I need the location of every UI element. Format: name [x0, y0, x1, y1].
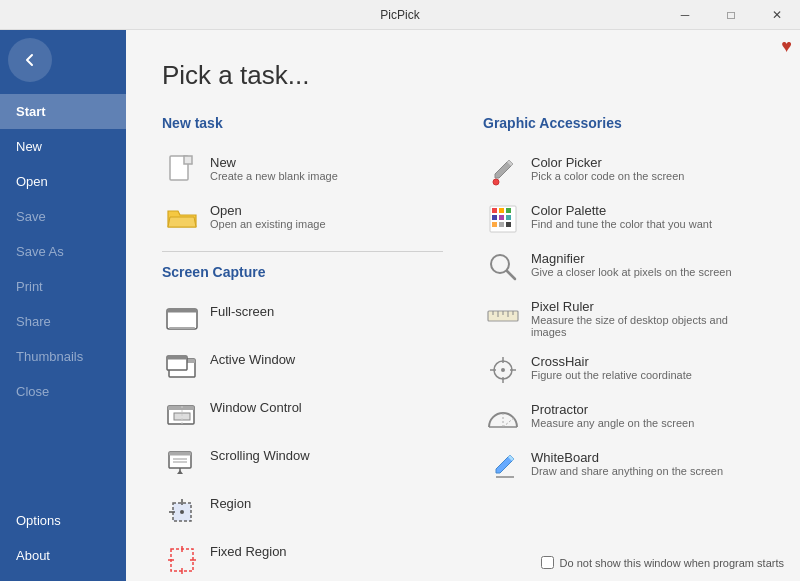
task-crosshair[interactable]: CrossHair Figure out the relative coordi… [483, 346, 764, 394]
task-pixel-ruler-desc: Measure the size of desktop objects and … [531, 314, 760, 338]
sidebar-item-start[interactable]: Start [0, 94, 126, 129]
task-window-control-name: Window Control [210, 400, 302, 415]
task-magnifier-text: Magnifier Give a closer look at pixels o… [531, 251, 732, 278]
whiteboard-icon [487, 450, 519, 482]
sidebar-item-open[interactable]: Open [0, 164, 126, 199]
task-protractor[interactable]: Protractor Measure any angle on the scre… [483, 394, 764, 442]
svg-point-28 [493, 179, 499, 185]
color-picker-icon [487, 155, 519, 187]
sidebar-nav: Start New Open Save Save As Print Share … [0, 94, 126, 409]
dont-show-label: Do not show this window when program sta… [560, 557, 784, 569]
task-whiteboard-name: WhiteBoard [531, 450, 723, 465]
content-columns: New task New Create a new blank image [162, 115, 764, 581]
close-button[interactable]: ✕ [754, 0, 800, 30]
active-window-icon [166, 352, 198, 384]
sidebar-item-print: Print [0, 269, 126, 304]
sidebar-item-new[interactable]: New [0, 129, 126, 164]
task-open-text: Open Open an existing image [210, 203, 326, 230]
task-active-window-text: Active Window [210, 352, 295, 367]
svg-rect-30 [492, 208, 497, 213]
task-new-text: New Create a new blank image [210, 155, 338, 182]
task-pixel-ruler-name: Pixel Ruler [531, 299, 760, 314]
task-scrolling-window-name: Scrolling Window [210, 448, 310, 463]
task-region[interactable]: Region [162, 488, 443, 536]
task-scrolling-window-text: Scrolling Window [210, 448, 310, 463]
svg-rect-8 [167, 356, 187, 360]
task-new-desc: Create a new blank image [210, 170, 338, 182]
task-color-palette[interactable]: Color Palette Find and tune the color th… [483, 195, 764, 243]
task-active-window-name: Active Window [210, 352, 295, 367]
svg-rect-38 [506, 222, 511, 227]
window-control-icon [166, 400, 198, 432]
window-controls: ─ □ ✕ [662, 0, 800, 30]
region-icon [166, 496, 198, 528]
task-color-palette-desc: Find and tune the color that you want [531, 218, 712, 230]
page-title: Pick a task... [162, 60, 764, 91]
svg-rect-22 [171, 549, 193, 571]
new-file-icon [166, 155, 198, 187]
task-active-window[interactable]: Active Window [162, 344, 443, 392]
sidebar-item-share: Share [0, 304, 126, 339]
svg-rect-35 [506, 215, 511, 220]
task-fixed-region[interactable]: Fixed Region [162, 536, 443, 581]
svg-rect-31 [499, 208, 504, 213]
new-task-section-title: New task [162, 115, 443, 131]
task-fullscreen[interactable]: Full-screen [162, 296, 443, 344]
task-magnifier-desc: Give a closer look at pixels on the scre… [531, 266, 732, 278]
task-pixel-ruler[interactable]: Pixel Ruler Measure the size of desktop … [483, 291, 764, 346]
svg-rect-33 [492, 215, 497, 220]
dont-show-checkbox[interactable] [541, 556, 554, 569]
task-color-picker-desc: Pick a color code on the screen [531, 170, 684, 182]
task-region-text: Region [210, 496, 251, 511]
sidebar-bottom: Options About [0, 503, 126, 573]
task-whiteboard[interactable]: WhiteBoard Draw and share anything on th… [483, 442, 764, 490]
task-fixed-region-text: Fixed Region [210, 544, 287, 559]
task-magnifier-name: Magnifier [531, 251, 732, 266]
pixel-ruler-icon [487, 299, 519, 331]
task-protractor-desc: Measure any angle on the screen [531, 417, 694, 429]
task-color-picker-text: Color Picker Pick a color code on the sc… [531, 155, 684, 182]
svg-rect-14 [169, 452, 191, 456]
section-divider [162, 251, 443, 252]
sidebar-item-save-as: Save As [0, 234, 126, 269]
task-open[interactable]: Open Open an existing image [162, 195, 443, 243]
svg-rect-34 [499, 215, 504, 220]
content-area: ♥ Pick a task... New task [126, 30, 800, 581]
minimize-button[interactable]: ─ [662, 0, 708, 30]
fixed-region-icon [166, 544, 198, 576]
sidebar-item-options[interactable]: Options [0, 503, 126, 538]
svg-rect-10 [168, 406, 194, 410]
protractor-icon [487, 402, 519, 434]
task-fullscreen-name: Full-screen [210, 304, 274, 319]
task-protractor-name: Protractor [531, 402, 694, 417]
graphic-section-title: Graphic Accessories [483, 115, 764, 131]
maximize-button[interactable]: □ [708, 0, 754, 30]
task-crosshair-desc: Figure out the relative coordinate [531, 369, 692, 381]
screen-capture-section-title: Screen Capture [162, 264, 443, 280]
main-layout: Start New Open Save Save As Print Share … [0, 30, 800, 581]
task-magnifier[interactable]: Magnifier Give a closer look at pixels o… [483, 243, 764, 291]
task-whiteboard-text: WhiteBoard Draw and share anything on th… [531, 450, 723, 477]
sidebar-item-close: Close [0, 374, 126, 409]
color-palette-icon [487, 203, 519, 235]
task-open-desc: Open an existing image [210, 218, 326, 230]
back-button[interactable] [8, 38, 52, 82]
sidebar-item-save: Save [0, 199, 126, 234]
task-fixed-region-name: Fixed Region [210, 544, 287, 559]
task-window-control[interactable]: Window Control [162, 392, 443, 440]
svg-line-55 [503, 417, 515, 427]
app-title: PicPick [380, 8, 419, 22]
svg-line-40 [507, 271, 515, 279]
task-protractor-text: Protractor Measure any angle on the scre… [531, 402, 694, 429]
task-window-control-text: Window Control [210, 400, 302, 415]
sidebar-item-about[interactable]: About [0, 538, 126, 573]
task-new[interactable]: New Create a new blank image [162, 147, 443, 195]
task-color-picker[interactable]: Color Picker Pick a color code on the sc… [483, 147, 764, 195]
task-color-palette-name: Color Palette [531, 203, 712, 218]
task-crosshair-text: CrossHair Figure out the relative coordi… [531, 354, 692, 381]
task-region-name: Region [210, 496, 251, 511]
task-scrolling-window[interactable]: Scrolling Window [162, 440, 443, 488]
sidebar-item-thumbnails: Thumbnails [0, 339, 126, 374]
svg-rect-37 [499, 222, 504, 227]
svg-point-21 [180, 510, 184, 514]
